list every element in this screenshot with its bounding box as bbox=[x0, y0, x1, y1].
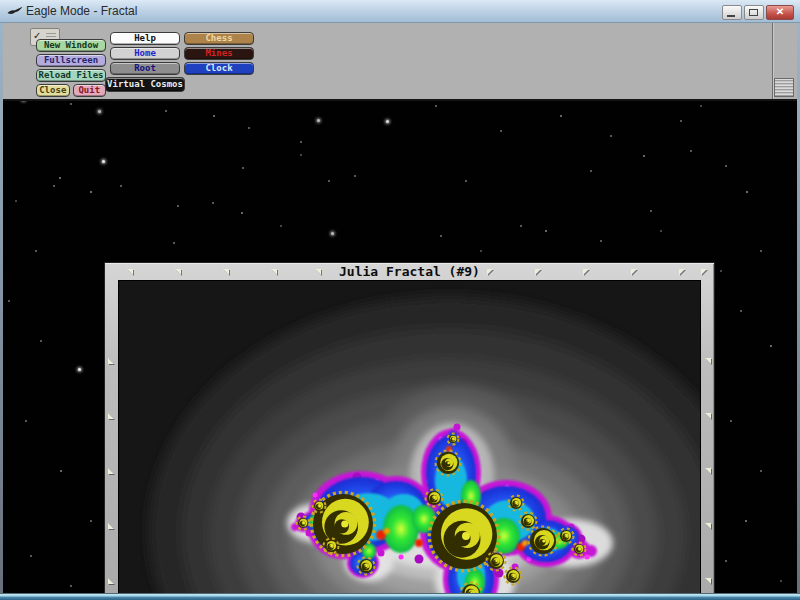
star bbox=[35, 250, 37, 252]
star bbox=[690, 150, 692, 152]
star bbox=[98, 110, 101, 113]
star bbox=[680, 120, 682, 122]
fractal-image[interactable] bbox=[118, 280, 701, 593]
star bbox=[90, 191, 92, 193]
star bbox=[780, 580, 782, 582]
frame-arrow-icon bbox=[705, 523, 711, 529]
star bbox=[770, 345, 772, 347]
star bbox=[241, 212, 243, 214]
frame-arrow-icon bbox=[108, 413, 114, 419]
star bbox=[78, 368, 81, 371]
star bbox=[465, 180, 467, 182]
virtual-cosmos-space[interactable]: Julia Fractal (#9) bbox=[3, 98, 797, 593]
star bbox=[173, 242, 175, 244]
star bbox=[745, 520, 747, 522]
star bbox=[120, 185, 122, 187]
fractal-panel[interactable]: Julia Fractal (#9) bbox=[104, 262, 715, 593]
star bbox=[560, 115, 562, 117]
maximize-button[interactable] bbox=[744, 5, 764, 20]
frame-arrow-icon bbox=[705, 468, 711, 474]
toolbar-button-close[interactable]: Close bbox=[36, 84, 70, 97]
star bbox=[354, 175, 356, 177]
eagle-logo-icon bbox=[7, 6, 23, 17]
applet-button-group: ChessMinesClock bbox=[184, 32, 254, 75]
star bbox=[720, 270, 722, 272]
star bbox=[725, 560, 727, 562]
star bbox=[643, 155, 645, 157]
star bbox=[212, 202, 214, 204]
window-border-left bbox=[0, 22, 3, 600]
window-button-group: New WindowFullscreenReload FilesCloseQui… bbox=[36, 39, 106, 97]
frame-arrow-icon bbox=[705, 358, 711, 364]
toolbar-button-chess[interactable]: Chess bbox=[184, 32, 254, 45]
toolbar-button-root[interactable]: Root bbox=[110, 62, 180, 75]
star bbox=[300, 154, 302, 156]
toolbar-button-new-window[interactable]: New Window bbox=[36, 39, 106, 52]
toolbar-button-reload-files[interactable]: Reload Files bbox=[36, 69, 106, 82]
star bbox=[165, 110, 167, 112]
star bbox=[70, 585, 72, 587]
eagle-mode-app: Eagle Mode - Fractal ✕ ✓ New WindowFulls… bbox=[0, 0, 800, 600]
toolbar-button-virtual-cosmos[interactable]: Virtual Cosmos bbox=[105, 77, 185, 92]
star bbox=[59, 177, 61, 179]
star bbox=[440, 235, 442, 237]
close-icon: ✕ bbox=[767, 6, 793, 19]
star bbox=[600, 240, 602, 242]
star bbox=[650, 210, 652, 212]
star bbox=[102, 160, 105, 163]
star bbox=[746, 191, 748, 193]
star bbox=[520, 225, 522, 227]
star bbox=[177, 205, 179, 207]
star bbox=[248, 127, 250, 129]
frame-arrow-icon bbox=[108, 358, 114, 364]
frame-arrow-icon bbox=[108, 468, 114, 474]
star bbox=[610, 135, 612, 137]
titlebar[interactable]: Eagle Mode - Fractal ✕ bbox=[0, 0, 800, 23]
control-panel: ✓ New WindowFullscreenReload FilesCloseQ… bbox=[3, 22, 797, 101]
star bbox=[328, 180, 330, 182]
frame-arrow-icon bbox=[108, 578, 114, 584]
star bbox=[660, 230, 662, 232]
minimize-icon bbox=[727, 15, 735, 17]
star bbox=[545, 230, 547, 232]
toolbar-button-home[interactable]: Home bbox=[110, 47, 180, 60]
star bbox=[317, 119, 320, 122]
star bbox=[40, 340, 42, 342]
star bbox=[30, 555, 32, 557]
frame-arrow-icon bbox=[705, 413, 711, 419]
star bbox=[500, 130, 502, 132]
star bbox=[760, 470, 762, 472]
star bbox=[280, 225, 282, 227]
star bbox=[740, 310, 742, 312]
toolbar-button-clock[interactable]: Clock bbox=[184, 62, 254, 75]
star bbox=[725, 165, 727, 167]
close-button[interactable]: ✕ bbox=[766, 5, 794, 20]
star bbox=[760, 250, 762, 252]
toolbar-button-quit[interactable]: Quit bbox=[73, 84, 107, 97]
toolbar-button-mines[interactable]: Mines bbox=[184, 47, 254, 60]
frame-arrow-icon bbox=[108, 523, 114, 529]
fractal-panel-title: Julia Fractal (#9) bbox=[105, 264, 714, 280]
star bbox=[8, 300, 10, 302]
minimize-button[interactable] bbox=[722, 5, 742, 20]
star bbox=[590, 170, 592, 172]
star bbox=[435, 105, 437, 107]
toolbar-button-help[interactable]: Help bbox=[110, 32, 180, 45]
star bbox=[242, 167, 244, 169]
maximize-icon bbox=[749, 9, 758, 16]
star bbox=[15, 200, 17, 202]
star bbox=[700, 105, 702, 107]
star bbox=[90, 520, 92, 522]
toolbar-grip[interactable] bbox=[774, 78, 794, 97]
star bbox=[70, 103, 72, 105]
star bbox=[730, 420, 732, 422]
star bbox=[53, 185, 55, 187]
window-border-bottom bbox=[0, 593, 800, 600]
star bbox=[213, 115, 215, 117]
nav-button-group: HelpHomeRootVirtual Cosmos bbox=[110, 32, 180, 92]
toolbar-button-row: CloseQuit bbox=[36, 84, 106, 97]
toolbar-button-fullscreen[interactable]: Fullscreen bbox=[36, 54, 106, 67]
star bbox=[386, 120, 389, 123]
window-controls: ✕ bbox=[722, 5, 794, 20]
star bbox=[331, 232, 334, 235]
